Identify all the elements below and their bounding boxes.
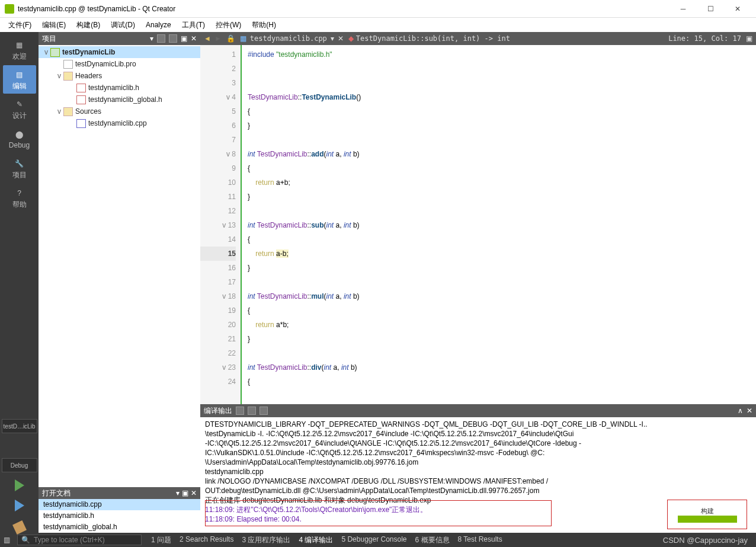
debug-button[interactable] xyxy=(15,500,24,511)
dropdown-icon[interactable]: ▾ xyxy=(150,34,153,43)
locator-placeholder: Type to locate (Ctrl+K) xyxy=(34,536,105,544)
mode-label: 编辑 xyxy=(12,81,27,91)
output-tool-icon[interactable] xyxy=(248,407,256,415)
open-doc-item[interactable]: testdynamiclib.cpp xyxy=(39,499,200,510)
menu-item[interactable]: 工具(T) xyxy=(177,19,210,31)
tree-item[interactable]: testDynamicLib.pro xyxy=(39,58,200,70)
mode-Debug[interactable]: ⬤Debug xyxy=(3,124,36,153)
tree-icon xyxy=(63,72,73,81)
tree-item[interactable]: vSources xyxy=(39,105,200,117)
mode-欢迎[interactable]: ▦欢迎 xyxy=(3,36,36,64)
open-doc-item[interactable]: testdynamiclib.h xyxy=(39,510,200,522)
close-panel-icon[interactable]: ✕ xyxy=(191,489,197,497)
tree-twisty[interactable]: v xyxy=(55,72,63,80)
link-icon[interactable] xyxy=(169,34,177,43)
split-icon[interactable]: ▣ xyxy=(746,34,752,43)
menu-item[interactable]: 帮助(H) xyxy=(247,19,281,31)
menu-item[interactable]: 构建(B) xyxy=(72,19,105,31)
close-panel-icon[interactable]: ✕ xyxy=(747,407,752,415)
toggle-sidebar-icon[interactable]: ▥ xyxy=(4,536,10,544)
mode-label: Debug xyxy=(9,141,30,149)
help-icon: ? xyxy=(13,187,26,200)
tree-icon xyxy=(76,84,86,92)
split-icon[interactable]: ▣ xyxy=(181,34,187,43)
close-panel-icon[interactable]: ✕ xyxy=(191,34,197,43)
ctx-diamond-icon: ◆ xyxy=(348,34,354,43)
project-panel-title: 项目 xyxy=(42,34,56,44)
mode-label: 欢迎 xyxy=(12,52,27,62)
status-tab[interactable]: 6 概要信息 xyxy=(413,535,452,545)
mode-设计[interactable]: ✎设计 xyxy=(3,95,36,123)
status-tab[interactable]: 1 问题 xyxy=(149,535,174,545)
tab-close-icon[interactable]: ✕ xyxy=(338,34,344,43)
tree-label: testDynamicLib.pro xyxy=(75,60,136,68)
minimize-button[interactable]: ─ xyxy=(669,0,697,18)
status-tab[interactable]: 3 应用程序输出 xyxy=(239,535,293,545)
tree-item[interactable]: testdynamiclib_global.h xyxy=(39,94,200,105)
status-bar: ▥ 🔍 Type to locate (Ctrl+K) 1 问题2 Search… xyxy=(0,533,756,547)
open-doc-item[interactable]: testdynamiclib_global.h xyxy=(39,522,200,533)
menu-item[interactable]: Analyze xyxy=(141,20,176,30)
mode-label: 设计 xyxy=(12,111,27,121)
menubar: 文件(F)编辑(E)构建(B)调试(D)Analyze工具(T)控件(W)帮助(… xyxy=(0,18,756,32)
tree-twisty[interactable]: v xyxy=(42,48,50,56)
locator-input[interactable]: 🔍 Type to locate (Ctrl+K) xyxy=(17,535,142,545)
mode-项目[interactable]: 🔧项目 xyxy=(3,154,36,183)
build-mode[interactable]: Debug xyxy=(2,458,37,472)
search-icon: 🔍 xyxy=(21,536,30,544)
tree-item[interactable]: testdynamiclib.cpp xyxy=(39,117,200,129)
project-tree[interactable]: vtestDynamicLibtestDynamicLib.provHeader… xyxy=(39,45,200,487)
progress-bar xyxy=(678,516,737,523)
status-tab[interactable]: 5 Debugger Console xyxy=(339,535,409,545)
mode-帮助[interactable]: ?帮助 xyxy=(3,184,36,212)
maximize-button[interactable]: ☐ xyxy=(697,0,724,18)
dropdown-icon[interactable]: ▾ xyxy=(176,489,180,497)
menu-item[interactable]: 调试(D) xyxy=(106,19,140,31)
menu-item[interactable]: 控件(W) xyxy=(211,19,246,31)
status-tab[interactable]: 4 编译输出 xyxy=(296,535,335,545)
code-content[interactable]: #include "testdynamiclib.h" TestDynamicL… xyxy=(242,45,756,404)
pen-icon: ✎ xyxy=(13,98,26,111)
nav-back-icon[interactable]: ◄ xyxy=(204,34,211,43)
wrench-icon: 🔧 xyxy=(13,157,26,170)
tree-label: testdynamiclib.cpp xyxy=(88,119,147,127)
status-tab[interactable]: 8 Test Results xyxy=(456,535,505,545)
status-tab[interactable]: 2 Search Results xyxy=(177,535,236,545)
project-panel-header: 项目 ▾ ▣ ✕ xyxy=(39,32,200,45)
open-docs-list[interactable]: testdynamiclib.cpptestdynamiclib.htestdy… xyxy=(39,499,200,533)
bug-icon: ⬤ xyxy=(13,128,26,141)
chevron-up-icon[interactable]: ∧ xyxy=(738,407,743,415)
mode-编辑[interactable]: ▤编辑 xyxy=(3,65,36,94)
menu-item[interactable]: 文件(F) xyxy=(4,19,36,31)
kit-selector[interactable]: testD…icLib xyxy=(2,419,37,433)
tree-label: testDynamicLib xyxy=(62,48,115,56)
tree-icon xyxy=(63,60,73,69)
tree-icon xyxy=(76,119,86,128)
tree-item[interactable]: testdynamiclib.h xyxy=(39,82,200,94)
run-button[interactable] xyxy=(15,479,24,491)
output-tool-icon[interactable] xyxy=(236,407,244,415)
code-editor[interactable]: 1 2 3v 4 5 6 7v 8 9 10 11 12v 13 14 15 1… xyxy=(200,45,756,404)
grid-icon: ▦ xyxy=(13,39,26,52)
close-button[interactable]: ✕ xyxy=(724,0,751,18)
edit-icon: ▤ xyxy=(13,68,26,81)
editor-context[interactable]: TestDynamicLib::sub(int, int) -> int xyxy=(356,34,510,43)
split-icon[interactable]: ▣ xyxy=(182,489,188,497)
tree-item[interactable]: vHeaders xyxy=(39,70,200,82)
mode-label: 项目 xyxy=(12,170,27,180)
app-icon xyxy=(5,4,14,14)
line-gutter[interactable]: 1 2 3v 4 5 6 7v 8 9 10 11 12v 13 14 15 1… xyxy=(200,45,242,404)
menu-item[interactable]: 编辑(E) xyxy=(37,19,71,31)
editor-tab-name[interactable]: testdynamiclib.cpp xyxy=(250,34,327,43)
lock-icon[interactable]: 🔒 xyxy=(226,34,235,43)
titlebar: testdynamiclib.cpp @ testDynamicLib - Qt… xyxy=(0,0,756,18)
nav-fwd-icon[interactable]: ► xyxy=(214,34,222,43)
open-docs-title: 打开文档 xyxy=(42,488,71,498)
tab-dropdown-icon[interactable]: ▾ xyxy=(331,34,334,43)
filter-icon[interactable] xyxy=(157,34,165,43)
build-progress-badge: 构建 xyxy=(667,500,747,529)
tree-item[interactable]: vtestDynamicLib xyxy=(39,46,200,58)
build-label: 构建 xyxy=(701,507,714,516)
tree-twisty[interactable]: v xyxy=(55,107,63,116)
output-tool-icon[interactable] xyxy=(260,407,268,415)
